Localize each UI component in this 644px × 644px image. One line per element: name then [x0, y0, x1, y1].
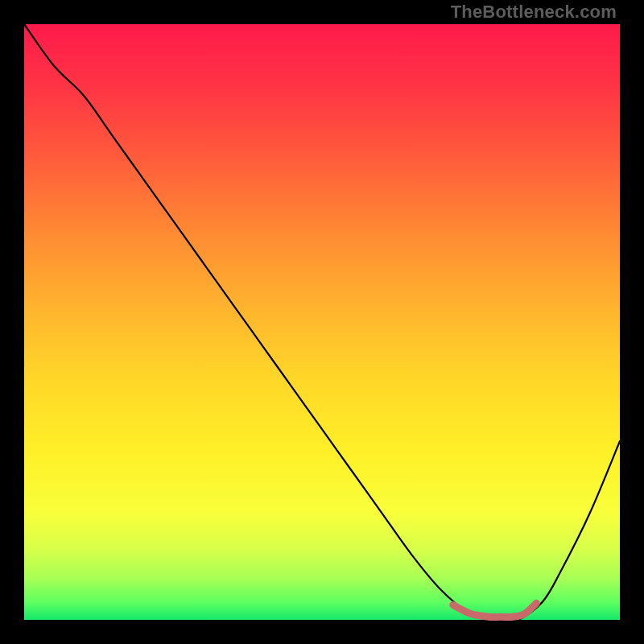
optimal-zone-marker [453, 603, 537, 617]
chart-curves [24, 24, 620, 620]
watermark-text: TheBottleneck.com [451, 2, 617, 23]
bottleneck-curve [24, 24, 620, 621]
